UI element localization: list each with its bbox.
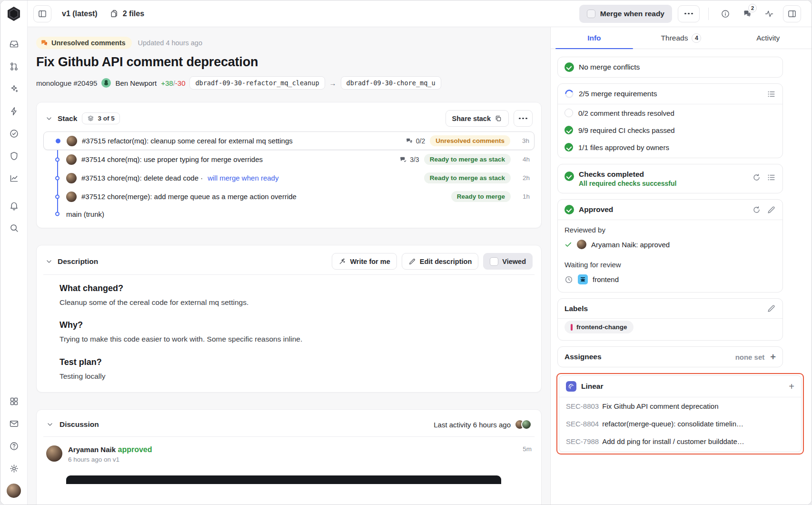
- stack-node-icon: [55, 157, 59, 162]
- files-label: 2 files: [123, 10, 144, 18]
- pull-request-icon[interactable]: [5, 57, 23, 75]
- share-stack-button[interactable]: Share stack: [446, 110, 509, 127]
- ai-sparkle-icon[interactable]: [5, 80, 23, 98]
- comment-bubbles-icon: [406, 137, 413, 145]
- collapse-stack-icon[interactable]: [45, 115, 53, 122]
- row-time: 3h: [515, 137, 529, 144]
- approved-title: Approved: [579, 205, 613, 214]
- toolbar-divider: [708, 8, 709, 20]
- sidebar-toggle-icon[interactable]: [33, 5, 51, 22]
- merge-when-ready-button[interactable]: Merge when ready: [579, 5, 672, 23]
- comments-icon[interactable]: 2: [739, 6, 755, 22]
- discussion-section: Discussion Last activity 6 hours ago Ary…: [36, 409, 542, 505]
- user-avatar[interactable]: [7, 484, 21, 498]
- label-chip[interactable]: frontend-change: [564, 321, 634, 333]
- comments-count-badge: 2: [748, 4, 757, 12]
- edit-description-button[interactable]: Edit description: [402, 253, 479, 270]
- info-icon[interactable]: [717, 6, 733, 22]
- right-panel-toggle-icon[interactable]: [783, 5, 801, 22]
- tab-info[interactable]: Info: [551, 27, 638, 49]
- refresh-icon[interactable]: [752, 173, 761, 182]
- author-name[interactable]: Ben Newport: [115, 79, 157, 87]
- status-badge: Unresolved comments: [430, 135, 510, 146]
- deletions-count: -30: [175, 79, 186, 87]
- check-circle-icon: [564, 126, 573, 134]
- reviewer-name: Aryaman Naik: approved: [591, 241, 670, 249]
- sidebar-tabs: Info Threads4 Activity: [551, 27, 812, 49]
- description-text: Testing locally: [59, 371, 518, 382]
- activity-pulse-icon[interactable]: [761, 6, 777, 22]
- tab-threads[interactable]: Threads4: [638, 27, 725, 49]
- linear-issue-row[interactable]: SEC-8803 Fix Github API comment deprecat…: [559, 397, 801, 415]
- graphite-logo-icon[interactable]: [5, 5, 22, 22]
- overflow-menu-button[interactable]: [678, 5, 700, 22]
- add-assignee-button[interactable]: +: [770, 352, 776, 362]
- waiting-for-review-label: Waiting for review: [558, 255, 782, 271]
- top-bar: v1 (latest) 2 files Merge when ready 2: [28, 0, 812, 27]
- stack-row[interactable]: #37512 chore(merge): add merge queue as …: [43, 187, 535, 206]
- notifications-icon[interactable]: [5, 196, 23, 214]
- stack-row[interactable]: #37513 chore(mq): delete dead code · wil…: [43, 169, 535, 187]
- source-branch-chip[interactable]: dbradf-09-30-refactor_mq_cleanup: [189, 76, 325, 90]
- linear-issue-row[interactable]: SEC-8804 refactor(merge-queue): consolid…: [559, 415, 801, 433]
- description-heading: Why?: [59, 320, 518, 330]
- trunk-row[interactable]: main (trunk): [43, 206, 535, 222]
- inbox-icon[interactable]: [5, 35, 23, 53]
- add-linear-issue-button[interactable]: +: [789, 382, 794, 391]
- write-for-me-button[interactable]: Write for me: [332, 253, 396, 270]
- pencil-icon[interactable]: [767, 205, 776, 214]
- discussion-comment[interactable]: Aryaman Naik approved 6 hours ago on v1 …: [43, 437, 535, 463]
- pencil-icon: [408, 258, 416, 265]
- stack-overflow-button[interactable]: [514, 110, 533, 127]
- collapse-description-icon[interactable]: [45, 258, 53, 265]
- list-icon[interactable]: [767, 90, 776, 99]
- target-branch-chip[interactable]: dbradf-09-30-chore_mq_u: [341, 76, 441, 90]
- pencil-icon[interactable]: [767, 304, 776, 313]
- repo-and-number[interactable]: monologue #20495: [36, 79, 97, 87]
- viewed-checkbox[interactable]: [490, 257, 498, 266]
- collapse-discussion-icon[interactable]: [46, 421, 54, 428]
- will-merge-link[interactable]: will merge when ready: [208, 174, 278, 182]
- stack-row-current[interactable]: #37515 refactor(mq): cleanup some cereal…: [43, 131, 535, 150]
- team-avatar: [578, 274, 588, 284]
- page-title: Fix Github API comment deprecation: [36, 55, 542, 70]
- merge-when-ready-label: Merge when ready: [600, 10, 664, 18]
- threads-count-badge: 4: [692, 33, 701, 43]
- linear-logo-icon: [566, 381, 576, 392]
- merge-when-ready-checkbox[interactable]: [587, 10, 595, 18]
- checks-card: Checks completed All required checks suc…: [557, 164, 783, 193]
- settings-gear-icon[interactable]: [5, 459, 23, 477]
- files-button[interactable]: 2 files: [110, 9, 144, 18]
- main-column: Unresolved comments Updated 4 hours ago …: [28, 27, 550, 505]
- stack-row[interactable]: #37514 chore(mq): use proper typing for …: [43, 150, 535, 169]
- green-check-icon: [564, 241, 572, 248]
- pending-circle-icon: [564, 109, 573, 117]
- description-text: Cleanup some of the cereal code for exte…: [59, 297, 518, 308]
- unresolved-comments-badge: Unresolved comments: [36, 37, 132, 49]
- description-title: Description: [58, 257, 98, 266]
- refresh-icon[interactable]: [752, 205, 761, 214]
- additions-count: +38: [161, 79, 173, 87]
- updated-timestamp: Updated 4 hours ago: [138, 39, 202, 47]
- pr-meta-row: monologue #20495 Ben Newport +38/-30 dbr…: [36, 76, 542, 90]
- list-icon[interactable]: [767, 173, 776, 182]
- shield-icon[interactable]: [5, 147, 23, 165]
- commenter-name[interactable]: Aryaman Naik: [68, 445, 116, 454]
- linear-issue-row[interactable]: SEC-7988 Add dd ping for install / custo…: [559, 433, 801, 452]
- reviewer-row[interactable]: Aryaman Naik: approved: [558, 236, 782, 255]
- search-icon[interactable]: [5, 219, 23, 237]
- version-selector[interactable]: v1 (latest): [62, 10, 98, 18]
- tab-activity[interactable]: Activity: [724, 27, 812, 49]
- viewed-button[interactable]: Viewed: [483, 253, 533, 270]
- status-badge: Ready to merge as stack: [424, 154, 511, 165]
- stack-count-pill[interactable]: 3 of 5: [82, 112, 119, 124]
- waiting-team-row[interactable]: frontend: [558, 271, 782, 292]
- help-icon[interactable]: [5, 437, 23, 455]
- label-color-icon: [571, 324, 573, 331]
- mail-icon[interactable]: [5, 414, 23, 433]
- automations-icon[interactable]: [5, 102, 23, 120]
- insights-icon[interactable]: [5, 169, 23, 187]
- apps-grid-icon[interactable]: [5, 392, 23, 410]
- avatar: [66, 173, 77, 183]
- ci-status-icon[interactable]: [5, 124, 23, 142]
